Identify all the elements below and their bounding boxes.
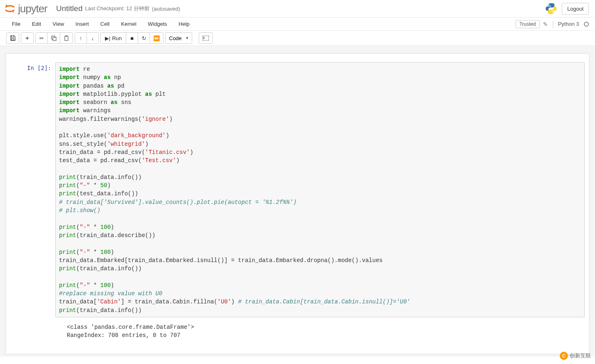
restart-run-all-button[interactable]: ⏩ [150,32,164,44]
jupyter-icon [4,3,16,14]
svg-rect-11 [203,38,204,39]
kernel-status-icon [584,22,589,27]
header-bar: jupyter Untitled Last Checkpoint: 12 分钟前… [0,0,595,18]
toolbar: ＋ ✂ ↑ ↓ ▶|Run ■ ↻ ⏩ Code [0,31,595,46]
output-prompt [10,321,55,342]
cut-button[interactable]: ✂ [35,32,48,44]
menu-file[interactable]: File [6,18,26,29]
notebook: In [2]: import re import numpy as np imp… [6,54,589,354]
menu-widgets[interactable]: Widgets [142,18,173,29]
menu-view[interactable]: View [47,18,70,29]
divider [553,20,553,28]
autosave-text: (autosaved) [152,6,180,12]
menu-insert[interactable]: Insert [70,18,95,29]
restart-button[interactable]: ↻ [138,32,150,44]
svg-rect-6 [65,36,68,41]
output-cell: <class 'pandas.core.frame.DataFrame'> Ra… [10,321,585,342]
menubar: File Edit View Insert Cell Kernel Widget… [0,18,595,31]
svg-rect-9 [203,37,204,37]
svg-point-1 [13,11,14,13]
paste-button[interactable] [60,32,73,44]
menu-edit[interactable]: Edit [26,18,47,29]
watermark-icon: C [560,352,568,357]
move-up-button[interactable]: ↑ [75,32,87,44]
python-icon [545,2,558,15]
output-area: <class 'pandas.core.frame.DataFrame'> Ra… [55,321,585,342]
notebook-container: In [2]: import re import numpy as np imp… [0,46,595,357]
svg-point-2 [549,4,550,5]
move-down-button[interactable]: ↓ [86,32,99,44]
logout-button[interactable]: Logout [562,3,589,15]
code-input-area[interactable]: import re import numpy as np import pand… [55,62,585,317]
command-palette-button[interactable] [199,32,213,44]
menu-help[interactable]: Help [173,18,195,29]
svg-rect-5 [53,37,56,41]
menu-kernel[interactable]: Kernel [115,18,142,29]
kernel-name[interactable]: Python 3 [558,21,579,27]
save-button[interactable] [6,32,19,44]
jupyter-logo[interactable]: jupyter [4,2,47,15]
code-cell[interactable]: In [2]: import re import numpy as np imp… [10,62,585,317]
notebook-title[interactable]: Untitled [56,4,82,13]
menu-cell[interactable]: Cell [95,18,115,29]
run-button[interactable]: ▶|Run [100,32,126,44]
watermark-text: 创新互联 [570,352,591,357]
svg-point-3 [553,12,554,13]
cell-type-select[interactable]: Code [165,32,192,44]
checkpoint-text: Last Checkpoint: 12 分钟前 [85,5,150,12]
stop-button[interactable]: ■ [126,32,138,44]
watermark: C 创新互联 [560,352,591,357]
input-prompt: In [2]: [10,62,55,317]
trusted-badge[interactable]: Trusted [516,20,539,28]
pencil-icon[interactable]: ✎ [543,21,548,27]
add-cell-button[interactable]: ＋ [21,32,34,44]
svg-rect-7 [66,36,67,36]
logo-text: jupyter [18,2,47,15]
svg-rect-10 [203,38,204,38]
copy-button[interactable] [47,32,60,44]
